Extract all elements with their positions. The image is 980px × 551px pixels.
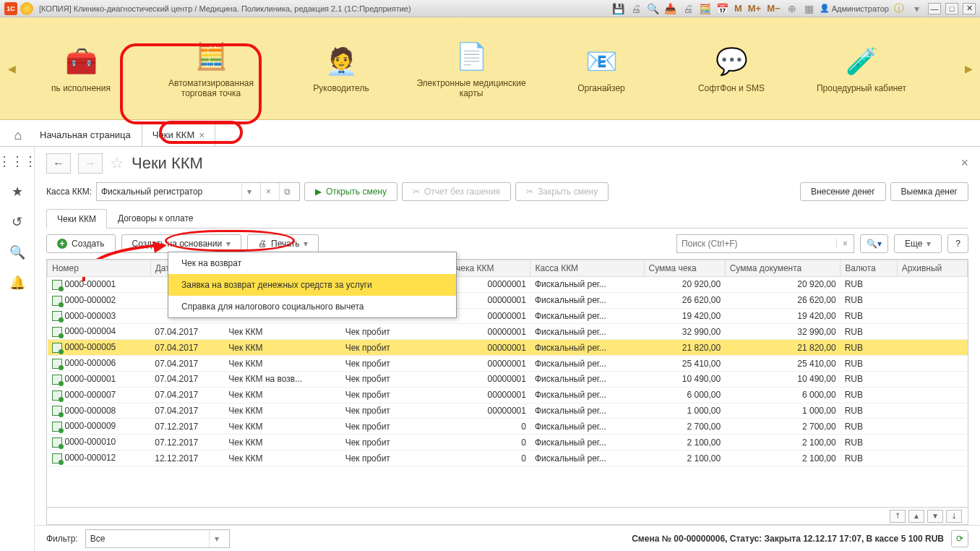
plus-icon: +	[57, 239, 67, 249]
section-organizer[interactable]: 📧Органайзер	[536, 17, 666, 119]
organizer-icon: 📧	[584, 44, 619, 79]
section-emr[interactable]: 📄Электронные медицинские карты	[406, 17, 536, 119]
refresh-button[interactable]: ⟳	[951, 530, 968, 547]
table-row[interactable]: 0000-00000107.04.2017Чек ККМ на возв...Ч…	[48, 371, 968, 387]
page-title: Чеки ККМ	[132, 154, 203, 173]
section-softphone[interactable]: 💬СофтФон и SMS	[666, 17, 796, 119]
sections-scroll-right[interactable]: ▶	[964, 17, 973, 119]
toolbar-calc-icon[interactable]: 🧮	[698, 1, 713, 16]
sidebar-favorites-icon[interactable]: ★	[9, 183, 26, 200]
table-row[interactable]: 0000-00000607.04.2017Чек ККМЧек пробит00…	[48, 356, 968, 372]
window-maximize-button[interactable]: □	[945, 3, 958, 14]
chevron-down-icon[interactable]: ▾	[241, 183, 257, 200]
menu-item[interactable]: Чек на возврат	[168, 252, 456, 274]
shift-status: Смена № 00-00000006, Статус: Закрыта 12.…	[632, 534, 944, 544]
sections-scroll-left[interactable]: ◀	[7, 17, 16, 119]
window-title: [КОПИЯ] Клинико-диагностический центр / …	[39, 4, 411, 13]
nav-forward-button[interactable]: →	[78, 153, 103, 174]
section-control[interactable]: 🧰пь исполнения	[16, 17, 146, 119]
menu-item[interactable]: Заявка на возврат денежных средств за ус…	[168, 274, 456, 296]
table-row[interactable]: 0000-00000807.04.2017Чек ККМЧек пробит00…	[48, 403, 968, 419]
deposit-button[interactable]: Внесение денег	[800, 182, 886, 201]
print-button[interactable]: 🖨Печать▾	[247, 234, 319, 253]
section-procedure[interactable]: 🧪Процедурный кабинет	[796, 17, 927, 119]
toolbar-compare-icon[interactable]: 📥	[663, 1, 678, 16]
tab-cheki-kkm[interactable]: Чеки ККМ ×	[142, 123, 216, 146]
section-pos[interactable]: 🧮Автоматизированная торговая точка	[146, 17, 276, 119]
open-reference-icon[interactable]: ⧉	[279, 183, 295, 200]
table-row[interactable]: 0000-00000407.04.2017Чек ККМЧек пробит00…	[48, 324, 968, 340]
memory-mplus-button[interactable]: M+	[747, 3, 762, 14]
search-input[interactable]	[677, 239, 836, 249]
toolbar-info-icon[interactable]: ⓘ	[892, 1, 906, 16]
toolbar-calendar-icon[interactable]: 📅	[715, 1, 730, 16]
column-header[interactable]: Касса ККМ	[530, 260, 644, 277]
toolbar-print-icon[interactable]: 🖨	[629, 1, 643, 16]
table-row[interactable]: 0000-00001007.12.2017Чек ККМЧек пробит0Ф…	[48, 435, 968, 450]
table-nav-down[interactable]: ▼	[927, 510, 943, 523]
window-minimize-button[interactable]: —	[928, 3, 941, 14]
sidebar-history-icon[interactable]: ↺	[9, 213, 26, 231]
chevron-down-icon: ▾	[226, 239, 231, 249]
menu-item[interactable]: Справка для налогового социального вычет…	[168, 296, 456, 317]
create-based-on-button[interactable]: Создать на основании▾	[121, 234, 242, 253]
table-nav-first[interactable]: ⤒	[890, 510, 906, 523]
window-close-button[interactable]: ✕	[963, 3, 976, 14]
table-row[interactable]: 0000-00000907.12.2017Чек ККМЧек пробит0Ф…	[48, 419, 968, 435]
table-nav-up[interactable]: ▲	[908, 510, 924, 523]
column-header[interactable]: Номер	[48, 260, 151, 277]
section-label: СофтФон и SMS	[698, 83, 765, 93]
section-label: Руководитель	[313, 83, 369, 93]
chevron-down-icon[interactable]: ▾	[209, 530, 225, 547]
document-icon	[52, 343, 62, 353]
favorite-toggle-icon[interactable]: ☆	[110, 154, 124, 173]
home-icon[interactable]: ⌂	[7, 124, 29, 146]
nav-back-button[interactable]: ←	[46, 153, 71, 174]
report-no-clear-button[interactable]: ✂Отчет без гашения	[402, 182, 511, 201]
help-button[interactable]: ?	[947, 234, 968, 253]
page-close-button[interactable]: ×	[960, 155, 968, 171]
document-icon	[52, 327, 62, 337]
column-header[interactable]: Сумма чека	[644, 260, 725, 277]
search-box[interactable]: ×	[676, 234, 854, 253]
inner-tab-contracts[interactable]: Договоры к оплате	[107, 208, 204, 228]
advanced-search-button[interactable]: 🔍▾	[860, 234, 888, 253]
tab-home[interactable]: Начальная страница	[29, 123, 142, 146]
toolbar-windows-icon[interactable]: ▦	[802, 1, 817, 16]
withdraw-button[interactable]: Выемка денег	[890, 182, 968, 201]
kassa-select[interactable]: Фискальный регистратор ▾ × ⧉	[96, 182, 300, 201]
column-header[interactable]: Архивный	[897, 260, 967, 277]
table-row[interactable]: 0000-00000707.04.2017Чек ККМЧек пробит00…	[48, 387, 968, 403]
column-header[interactable]: Сумма документа	[725, 260, 841, 277]
table-row[interactable]: 0000-00001212.12.2017Чек ККМЧек пробит0Ф…	[48, 450, 968, 466]
print-icon: 🖨	[258, 239, 267, 249]
sidebar-notifications-icon[interactable]: 🔔	[9, 274, 26, 291]
table-row[interactable]: 0000-00000507.04.2017Чек ККМЧек пробит00…	[48, 340, 968, 356]
section-label: Автоматизированная торговая точка	[168, 78, 254, 98]
clear-selection-icon[interactable]: ×	[260, 183, 276, 200]
toolbar-preview-icon[interactable]: 🔍	[646, 1, 661, 16]
toolbar-dropdown-icon[interactable]: ▾	[909, 1, 924, 16]
command-row: Касса ККМ: Фискальный регистратор ▾ × ⧉ …	[35, 179, 980, 204]
memory-mminus-button[interactable]: M−	[765, 3, 781, 14]
open-shift-button[interactable]: ▶Открыть смену	[304, 182, 397, 201]
filter-select[interactable]: Все ▾	[85, 529, 230, 548]
memory-m-button[interactable]: M	[733, 3, 744, 14]
inner-tab-cheki[interactable]: Чеки ККМ	[46, 209, 107, 228]
sidebar-search-icon[interactable]: 🔍	[9, 244, 26, 261]
document-icon	[52, 437, 62, 448]
search-clear-icon[interactable]: ×	[836, 239, 854, 249]
tab-close-icon[interactable]: ×	[199, 129, 205, 141]
sidebar-apps-icon[interactable]: ⋮⋮⋮	[9, 153, 26, 170]
close-shift-button[interactable]: ✂Закрыть смену	[515, 182, 609, 201]
toolbar-print2-icon[interactable]: 🖨	[681, 1, 695, 16]
toolbar-zoom-icon[interactable]: ⊕	[785, 1, 799, 16]
table-nav-last[interactable]: ⤓	[946, 510, 962, 523]
toolbar-save-icon[interactable]: 💾	[611, 1, 626, 16]
column-header[interactable]: Валюта	[841, 260, 898, 277]
section-regulated[interactable]: 🟡Регламентир отчетно	[927, 17, 964, 119]
more-button[interactable]: Еще▾	[894, 234, 942, 253]
section-manager[interactable]: 🧑‍💼Руководитель	[276, 17, 406, 119]
create-button[interactable]: +Создать	[46, 234, 116, 253]
current-user[interactable]: 👤Администратор	[820, 4, 889, 13]
